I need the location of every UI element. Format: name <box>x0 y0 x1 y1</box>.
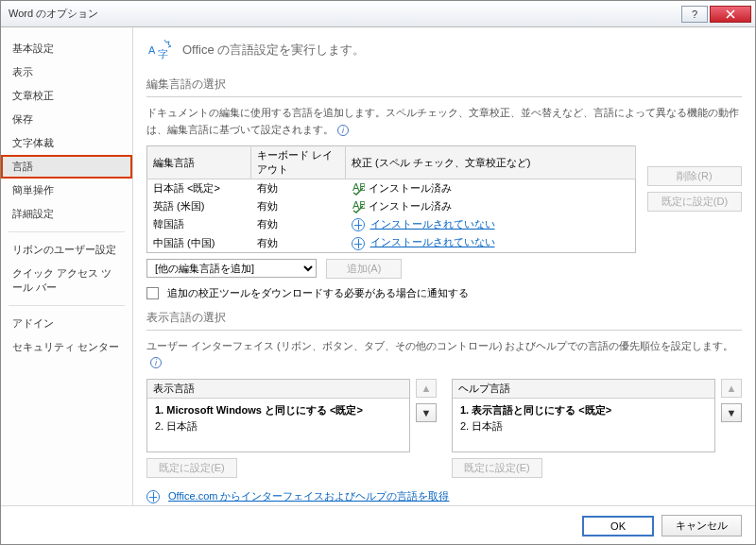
language-row[interactable]: 英語 (米国)有効ABCインストール済み <box>147 197 636 215</box>
language-priority-item[interactable]: 2. 日本語 <box>155 418 402 434</box>
sidebar-item[interactable]: 基本設定 <box>1 37 132 60</box>
sidebar-item[interactable]: クイック アクセス ツール バー <box>1 262 132 299</box>
svg-text:ABC: ABC <box>352 182 365 193</box>
keyboard-status: 有効 <box>251 233 346 252</box>
sidebar-separator <box>9 231 125 232</box>
ok-button[interactable]: OK <box>582 516 654 536</box>
col-keyboard[interactable]: キーボード レイアウト <box>251 146 346 179</box>
window-title: Word のオプション <box>5 7 679 21</box>
titlebar: Word のオプション ? <box>1 1 755 27</box>
sidebar-item[interactable]: セキュリティ センター <box>1 335 132 359</box>
cancel-button[interactable]: キャンセル <box>662 515 742 536</box>
close-button[interactable] <box>710 6 751 23</box>
section-title-edit: 編集言語の選択 <box>146 77 742 93</box>
sidebar-separator <box>9 305 125 306</box>
move-down-display-button[interactable]: ▼ <box>416 403 437 422</box>
sidebar-item[interactable]: 言語 <box>1 155 132 179</box>
sidebar-item[interactable]: 表示 <box>1 60 132 84</box>
sidebar-item[interactable]: 保存 <box>1 108 132 131</box>
move-up-help-button[interactable]: ▲ <box>721 379 742 398</box>
sidebar-item[interactable]: 文章校正 <box>1 84 132 108</box>
set-default-display-button[interactable]: 既定に設定(E) <box>146 458 237 478</box>
sidebar-item[interactable]: 文字体裁 <box>1 131 132 155</box>
section-title-display: 表示言語の選択 <box>146 310 742 326</box>
language-header-icon: A字 <box>146 37 173 63</box>
col-edit-lang[interactable]: 編集言語 <box>147 146 251 179</box>
language-name: 韓国語 <box>147 215 251 233</box>
proofing-status: ABCインストール済み <box>346 179 636 198</box>
office-com-link[interactable]: Office.com からインターフェイスおよびヘルプの言語を取得 <box>168 490 449 502</box>
display-lang-desc: ユーザー インターフェイス (リボン、ボタン、タブ、その他のコントロール) およ… <box>146 338 742 371</box>
page-header: Office の言語設定を実行します。 <box>182 42 365 59</box>
globe-icon <box>146 490 160 503</box>
proofing-status: ABCインストール済み <box>346 197 636 215</box>
language-priority-item[interactable]: 1. Microsoft Windows と同じにする <既定> <box>155 402 402 418</box>
remove-language-button[interactable]: 削除(R) <box>647 166 742 186</box>
language-name: 英語 (米国) <box>147 197 251 215</box>
keyboard-status: 有効 <box>251 197 346 215</box>
keyboard-status: 有効 <box>251 215 346 233</box>
globe-icon <box>352 237 365 250</box>
proofing-install-link[interactable]: インストールされていない <box>370 218 495 230</box>
display-language-list[interactable]: 表示言語 1. Microsoft Windows と同じにする <既定>2. … <box>146 379 410 452</box>
col-proofing[interactable]: 校正 (スペル チェック、文章校正など) <box>346 146 636 179</box>
set-default-help-button[interactable]: 既定に設定(E) <box>452 458 542 478</box>
language-row[interactable]: 日本語 <既定>有効ABCインストール済み <box>147 179 636 198</box>
help-language-list[interactable]: ヘルプ言語 1. 表示言語と同じにする <既定>2. 日本語 <box>452 379 715 452</box>
language-row[interactable]: 中国語 (中国)有効インストールされていない <box>147 233 636 252</box>
svg-text:A: A <box>148 44 156 56</box>
sidebar-item[interactable]: リボンのユーザー設定 <box>1 238 132 262</box>
proofing-status: インストールされていない <box>346 215 636 233</box>
globe-icon <box>352 218 365 231</box>
set-default-edit-button[interactable]: 既定に設定(D) <box>647 192 742 212</box>
language-row[interactable]: 韓国語有効インストールされていない <box>147 215 636 233</box>
language-priority-item[interactable]: 1. 表示言語と同じにする <既定> <box>460 402 707 418</box>
add-language-select[interactable]: [他の編集言語を追加] <box>146 259 317 278</box>
svg-text:字: 字 <box>158 48 168 60</box>
display-language-head: 表示言語 <box>147 380 409 399</box>
notify-label: 追加の校正ツールをダウンロードする必要がある場合に通知する <box>167 287 469 298</box>
close-icon <box>726 9 735 19</box>
help-button[interactable]: ? <box>681 6 708 23</box>
move-down-help-button[interactable]: ▼ <box>721 403 742 422</box>
edit-lang-desc: ドキュメントの編集に使用する言語を追加します。スペルチェック、文章校正、並べ替え… <box>146 105 742 138</box>
help-language-head: ヘルプ言語 <box>453 380 714 399</box>
content-pane: A字 Office の言語設定を実行します。 編集言語の選択 ドキュメントの編集… <box>133 27 755 505</box>
sidebar-item[interactable]: 詳細設定 <box>1 202 132 226</box>
keyboard-status: 有効 <box>251 179 346 198</box>
language-name: 日本語 <既定> <box>147 179 251 198</box>
edit-language-table: 編集言語 キーボード レイアウト 校正 (スペル チェック、文章校正など) 日本… <box>146 145 636 252</box>
dialog-footer: OK キャンセル <box>1 505 755 545</box>
sidebar-item[interactable]: アドイン <box>1 312 132 335</box>
info-icon[interactable]: i <box>337 125 349 136</box>
sidebar-item[interactable]: 簡単操作 <box>1 179 132 202</box>
svg-text:ABC: ABC <box>352 200 365 211</box>
info-icon[interactable]: i <box>150 357 162 368</box>
move-up-display-button[interactable]: ▲ <box>416 379 437 398</box>
proofing-install-link[interactable]: インストールされていない <box>370 236 495 247</box>
notify-checkbox[interactable] <box>146 287 159 299</box>
proofing-status: インストールされていない <box>346 233 636 252</box>
sidebar: 基本設定表示文章校正保存文字体裁言語簡単操作詳細設定 リボンのユーザー設定クイッ… <box>1 27 133 505</box>
language-name: 中国語 (中国) <box>147 233 251 252</box>
add-language-button[interactable]: 追加(A) <box>326 259 402 279</box>
language-priority-item[interactable]: 2. 日本語 <box>460 418 707 434</box>
